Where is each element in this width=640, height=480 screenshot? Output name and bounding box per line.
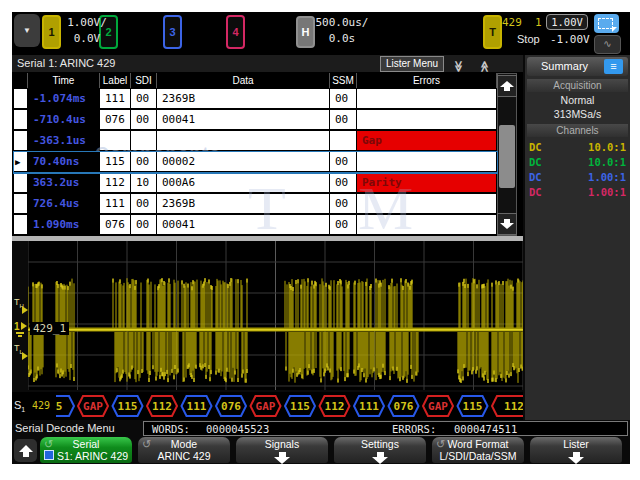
svg-text:GAP: GAP [256,400,276,413]
collapse-down-button[interactable]: ≫ [450,56,468,71]
ssm-cell: 00 [330,215,357,235]
softkey-settings[interactable]: Settings [334,437,426,463]
channel-3-button[interactable]: 3 [163,15,182,49]
softkey-label: Serial [40,438,132,450]
decode-bus-id: S1 [14,399,25,413]
svg-text:GAP: GAP [83,400,103,413]
data-cell [157,131,330,151]
expand-up-button[interactable]: ≫ [476,56,494,71]
scrollbar-thumb[interactable] [499,125,515,188]
table-row[interactable]: 1.090ms076000004100 [14,215,497,236]
cycle-icon: ↺ [436,438,445,451]
scroll-down-button[interactable] [497,213,517,235]
top-menu-button[interactable]: ▼ [14,14,40,47]
errors-label: ERRORS: [392,423,436,435]
channel-coupling: DC [529,171,542,183]
up-arrow-icon [500,81,514,91]
waveform-plot[interactable]: 429_1 [28,241,523,390]
decode-bus-name: 429 [32,400,50,411]
ssm-cell: 00 [330,110,357,130]
back-up-button[interactable] [14,439,37,462]
softkey-signals[interactable]: Signals [236,437,328,463]
time-cell: 70.40ns [28,152,100,172]
timebase-delay: 0.0s [312,32,372,45]
sdi-cell: 10 [131,173,157,193]
errors-count: 0000474511 [454,423,517,435]
sample-rate: 313MSa/s [527,108,628,120]
svg-text:112: 112 [504,400,523,413]
marker-cell [14,215,28,235]
label-cell [100,131,131,151]
marker-cell [14,173,28,193]
data-cell: 000A6 [157,173,330,193]
time-cell: -363.1us [28,131,100,151]
svg-text:076: 076 [221,400,241,413]
table-row[interactable]: -710.4us076000004100 [14,110,497,131]
trigger-channel: 1 [535,16,542,29]
chevron-down-icon: ▼ [23,26,31,35]
table-row[interactable]: -363.1usGap [14,131,497,152]
svg-text:115: 115 [290,400,310,413]
errors-cell [357,215,497,235]
threshold-low-arrow-icon [22,352,28,360]
cycle-icon: ↺ [142,438,151,451]
marker-cell [14,89,28,109]
softkey-word-format[interactable]: ↺Word FormatL/SDI/Data/SSM [432,437,524,463]
softkey-serial[interactable]: ↺SerialS1: ARINC 429 [40,437,132,463]
channel-4-button[interactable]: 4 [226,15,245,49]
softkey-value: S1: ARINC 429 [40,450,132,462]
summary-menu-icon[interactable]: ≡ [604,59,623,74]
marker-cell [14,110,28,130]
down-arrow-icon [334,452,426,464]
svg-text:5: 5 [56,400,62,413]
ground-marker-icon[interactable]: 1 [14,321,27,337]
down-arrow-icon [500,219,514,229]
softkey-label: Signals [236,438,328,450]
words-count: 0000045523 [206,423,269,435]
double-chevron-down-icon: ≫ [452,61,465,73]
cycle-icon: ↺ [44,438,53,451]
softkey-mode[interactable]: ↺ModeARINC 429 [138,437,230,463]
time-cell: 1.090ms [28,215,100,235]
lister-title: Serial 1: ARINC 429 [17,57,115,69]
acquisition-header: Acquisition [527,79,628,92]
softkey-value: L/SDI/Data/SSM [432,450,524,462]
summary-sidebar: Summary ≡ Acquisition Normal 313MSa/s Ch… [525,55,630,420]
ch1-offset: 0.0V [57,32,117,45]
sdi-cell [131,131,157,151]
channel-summary-row: DC1.00:1 [529,186,626,201]
time-cell: -1.074ms [28,89,100,109]
scroll-up-button[interactable] [497,75,517,97]
col-header-time: Time [28,73,100,88]
cursor-icon [612,27,617,32]
trigger-level-low: -1.00V [550,33,590,46]
table-row[interactable]: -1.074ms111002369B00 [14,89,497,110]
data-cell: 2369B [157,89,330,109]
rect-select-icon [598,18,613,29]
threshold-high-arrow-icon [22,306,28,314]
words-label: WORDS: [152,423,190,435]
trigger-level-high-box[interactable]: 1.00V [546,14,588,30]
ssm-cell: 00 [330,173,357,193]
errors-cell [357,194,497,214]
ssm-cell: 00 [330,194,357,214]
softkey-lister[interactable]: Lister [530,437,622,463]
sdi-cell: 00 [131,152,157,172]
waveform-compare-button[interactable]: ∿ [594,35,621,54]
label-cell: 111 [100,194,131,214]
threshold-low-marker[interactable]: TL [14,343,23,355]
threshold-high-marker[interactable]: TH [14,297,24,309]
zoom-select-button[interactable] [594,14,619,33]
menu-title: Serial Decode Menu [15,422,115,434]
errors-cell: Parity [357,173,497,193]
arrow-head [372,457,388,464]
table-row[interactable]: 726.4us111002369B00 [14,194,497,215]
ssm-cell: 00 [330,152,357,172]
lister-menu-button[interactable]: Lister Menu [380,56,444,72]
ssm-cell [330,131,357,151]
table-row[interactable]: ▶70.40ns115000000200 [14,152,497,173]
channel-coupling: DC [529,156,542,168]
trigger-button[interactable]: T [483,15,502,49]
table-row[interactable]: 363.2us11210000A600Parity [14,173,497,194]
summary-header[interactable]: Summary ≡ [527,57,628,76]
